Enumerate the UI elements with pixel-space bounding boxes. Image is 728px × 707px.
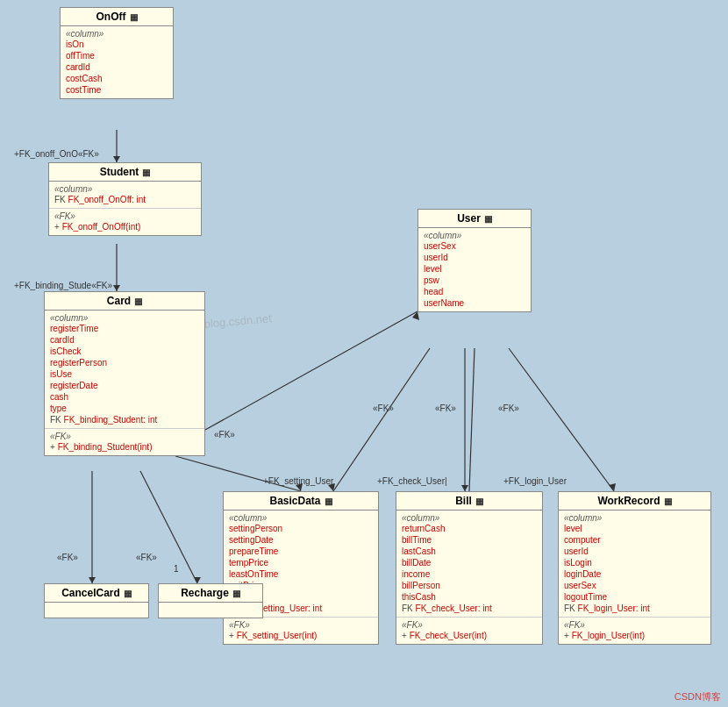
cancelcard-icon: ▦ [124, 589, 132, 598]
footer-label: CSDN博客 [674, 690, 721, 703]
recharge-header: Recharge ▦ [159, 584, 262, 603]
card-header: Card ▦ [45, 292, 204, 311]
bill-header: Bill ▦ [396, 492, 542, 511]
label-fk-setting: +FK_setting_User [263, 476, 333, 486]
workrecord-title: WorkRecord [597, 495, 660, 507]
svg-marker-3 [113, 285, 120, 291]
bill-section-fk: «FK» + FK_check_User(int) [396, 618, 542, 644]
workrecord-icon: ▦ [664, 496, 672, 506]
onoff-section-col: «column» isOn offTime cardId costCash co… [61, 26, 173, 98]
svg-marker-5 [412, 311, 419, 320]
recharge-title: Recharge [181, 587, 229, 599]
label-fk-recharge: «FK» [136, 553, 157, 562]
card-box: Card ▦ «column» registerTime cardId isCh… [44, 291, 205, 456]
svg-line-17 [140, 471, 197, 583]
workrecord-section-col: «column» level computer userId isLogin l… [559, 511, 710, 618]
user-section-col: «column» userSex userId level psw head u… [418, 228, 531, 311]
basicdata-section-fk: «FK» + FK_setting_User(int) [224, 618, 378, 644]
basicdata-header: BasicData ▦ [224, 492, 378, 511]
onoff-icon: ▦ [130, 12, 138, 22]
student-section-col: «column» FK FK_onoff_OnOff: int [49, 182, 201, 209]
card-title: Card [107, 295, 131, 307]
workrecord-header: WorkRecord ▦ [559, 492, 710, 511]
bill-box: Bill ▦ «column» returnCash billTime last… [396, 491, 543, 645]
onoff-title: OnOff [96, 11, 126, 23]
cancelcard-title: CancelCard [61, 587, 120, 599]
recharge-icon: ▦ [232, 589, 240, 598]
bill-section-col: «column» returnCash billTime lastCash bi… [396, 511, 542, 618]
student-box: Student ▦ «column» FK FK_onoff_OnOff: in… [48, 162, 202, 236]
recharge-box: Recharge ▦ [158, 583, 263, 618]
card-section-col: «column» registerTime cardId isCheck reg… [45, 311, 204, 429]
card-icon: ▦ [134, 296, 142, 306]
label-onoff-fk: +FK_onoff_OnO«FK» [14, 149, 99, 159]
svg-marker-16 [89, 577, 96, 583]
svg-line-12 [469, 348, 475, 491]
student-section-fk: «FK» + FK_onoff_OnOff(int) [49, 209, 201, 235]
label-fk-card-user: «FK» [214, 430, 235, 439]
label-fk-check: +FK_check_User| [377, 476, 447, 486]
user-header: User ▦ [418, 210, 531, 228]
basicdata-title: BasicData [269, 495, 320, 507]
svg-marker-18 [194, 577, 201, 583]
bill-icon: ▦ [475, 496, 483, 506]
footer-text: CSDN [674, 691, 702, 702]
svg-line-10 [333, 348, 430, 491]
workrecord-box: WorkRecord ▦ «column» level computer use… [558, 491, 711, 645]
cancelcard-header: CancelCard ▦ [45, 584, 148, 603]
student-icon: ▦ [142, 168, 150, 177]
user-box: User ▦ «column» userSex userId level psw… [418, 209, 532, 312]
svg-line-13 [509, 348, 614, 491]
svg-marker-9 [461, 485, 468, 491]
label-one: 1 [174, 564, 179, 574]
basicdata-box: BasicData ▦ «column» settingPerson setti… [223, 491, 379, 645]
card-section-fk: «FK» + FK_binding_Student(int) [45, 429, 204, 455]
label-fk-2: «FK» [435, 403, 456, 413]
diagram-container: OnOff ▦ «column» isOn offTime cardId cos… [0, 0, 728, 707]
svg-marker-14 [609, 483, 616, 491]
onoff-header: OnOff ▦ [61, 8, 173, 26]
basicdata-icon: ▦ [325, 496, 332, 506]
label-fk-3: «FK» [498, 403, 519, 413]
bill-title: Bill [455, 495, 472, 507]
student-header: Student ▦ [49, 163, 201, 182]
cancelcard-box: CancelCard ▦ [44, 583, 149, 618]
user-icon: ▦ [484, 214, 492, 224]
svg-marker-1 [113, 156, 120, 162]
user-title: User [457, 212, 481, 225]
workrecord-section-fk: «FK» + FK_login_User(int) [559, 618, 710, 644]
label-fk-login: +FK_login_User [503, 476, 567, 486]
label-binding-stude: +FK_binding_Stude«FK» [14, 281, 112, 290]
label-fk-cancelcard: «FK» [57, 553, 78, 562]
label-fk-1: «FK» [373, 403, 394, 413]
student-title: Student [100, 166, 139, 178]
onoff-box: OnOff ▦ «column» isOn offTime cardId cos… [60, 7, 174, 99]
svg-line-6 [175, 456, 301, 491]
